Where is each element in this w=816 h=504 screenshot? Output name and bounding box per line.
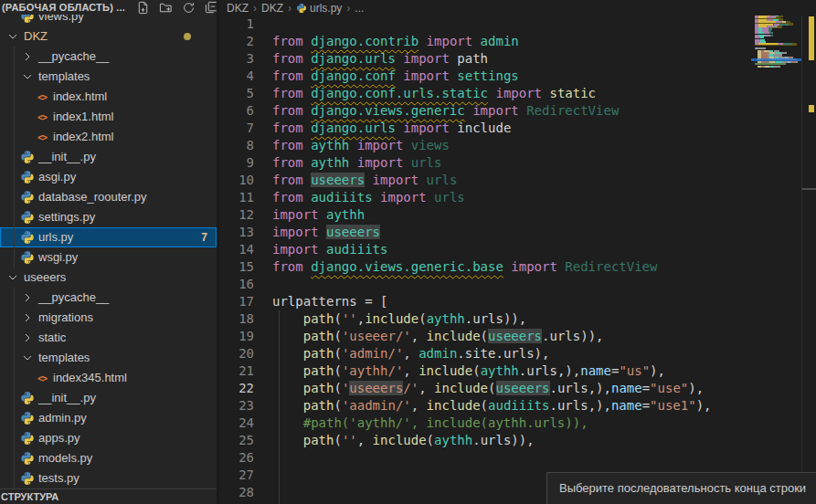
tree-item-index-html[interactable]: <>index.html (0, 87, 217, 107)
tree-item-asgi-py[interactable]: asgi.py (0, 167, 217, 187)
tree-item-dkz[interactable]: DKZ (0, 26, 217, 47)
tree-item-templates[interactable]: templates (0, 67, 217, 87)
code-line-26[interactable] (219, 449, 751, 467)
tree-item-index1-html[interactable]: <>index1.html (0, 107, 217, 127)
tree-item-settings-py[interactable]: settings.py (0, 207, 217, 227)
breadcrumb-item-3[interactable]: ... (355, 2, 364, 15)
tree-item--init-py[interactable]: __init__.py (0, 147, 217, 167)
code-token: include (365, 311, 419, 326)
code-line-13[interactable]: import useeers (219, 224, 751, 241)
code-line-10[interactable]: from useeers import urls (219, 172, 751, 189)
code-line-16[interactable] (219, 276, 751, 293)
tree-item-apps-py[interactable]: apps.py (0, 428, 217, 448)
file-tree: views.pyDKZ__pycache__templates<>index.h… (0, 6, 217, 488)
code-line-8[interactable]: from aythh import views (219, 137, 751, 154)
code-area[interactable]: 12from django.contrib import admin3from … (219, 16, 751, 504)
collapse-all-button[interactable] (203, 0, 217, 15)
code-token: = (642, 381, 650, 395)
code-line-12[interactable]: import aythh (219, 206, 751, 224)
code-line-7[interactable]: from django.urls import include (219, 120, 751, 137)
breadcrumb-item-2[interactable]: urls.py (296, 2, 342, 15)
code-line-1[interactable] (219, 16, 751, 33)
minimap[interactable] (751, 0, 801, 504)
breadcrumb-separator: › (346, 2, 350, 15)
code-token: django.conf (311, 68, 396, 83)
tree-item--pycache-[interactable]: __pycache__ (0, 47, 217, 67)
minimap-line (758, 43, 778, 45)
code-token: import (503, 259, 565, 274)
tree-item-useeers[interactable]: useeers (0, 268, 217, 288)
code-line-23[interactable]: path('aadmin/', include(audiiits.urls,),… (219, 397, 751, 415)
code-token: , (411, 329, 427, 343)
tree-item-database-roouter-py[interactable]: database_roouter.py (0, 187, 217, 207)
refresh-button[interactable] (180, 0, 196, 15)
code-token: urls (411, 155, 442, 170)
python-icon (20, 471, 35, 486)
tree-item-urls-py[interactable]: urls.py7 (0, 227, 217, 247)
code-token: import (419, 34, 480, 48)
code-token: , (403, 363, 419, 378)
code-token: /' (403, 381, 419, 395)
tree-item-migrations[interactable]: migrations (0, 308, 217, 328)
code-token: 'useeer/' (342, 329, 411, 343)
code-token: "use1" (650, 398, 696, 413)
new-file-button[interactable] (134, 0, 151, 15)
minimap-line (783, 43, 792, 45)
code-token: .urls,), (519, 363, 580, 378)
code-line-24[interactable]: #path('aythh/', include(aythh.urls)), (219, 415, 751, 432)
tree-item-index345-html[interactable]: <>index345.html (0, 368, 217, 388)
code-line-15[interactable]: from django.views.generic.base import Re… (219, 258, 751, 276)
tree-item-templates[interactable]: templates (0, 348, 217, 368)
code-line-21[interactable]: path('aythh/', include(aythh.urls,),name… (219, 362, 751, 380)
code-line-11[interactable]: from audiiits import urls (219, 189, 751, 206)
tree-item-tests-py[interactable]: tests.py (0, 468, 217, 488)
code-token (272, 398, 303, 413)
breadcrumb-separator: › (288, 2, 291, 15)
code-token: aythh (326, 207, 365, 222)
outline-section-header[interactable]: СТРУКТУРА (0, 488, 217, 504)
explorer-sidebar: views.pyDKZ__pycache__templates<>index.h… (0, 0, 217, 504)
explorer-pane-header: (РАБОЧАЯ ОБЛАСТЬ) ... (0, 0, 217, 15)
tree-item-admin-py[interactable]: admin.py (0, 408, 217, 428)
code-line-25[interactable]: path('', include(aythh.urls)), (219, 432, 751, 449)
tree-item-static[interactable]: static (0, 328, 217, 348)
code-line-9[interactable]: from aythh import urls (219, 154, 751, 172)
python-icon (20, 210, 35, 225)
tree-item--pycache-[interactable]: __pycache__ (0, 288, 217, 308)
code-line-6[interactable]: from django.views.generic import Redirec… (219, 102, 751, 120)
code-token: from (272, 86, 311, 100)
code-line-18[interactable]: path('',include(aythh.urls)), (219, 310, 751, 328)
code-token: useeers (488, 329, 542, 343)
code-line-20[interactable]: path('admin/', admin.site.urls), (219, 345, 751, 362)
code-token: from (272, 173, 311, 187)
tree-item-models-py[interactable]: models.py (0, 448, 217, 468)
tree-item-index2-html[interactable]: <>index2.html (0, 127, 217, 147)
breadcrumb-item-1[interactable]: DKZ (261, 2, 283, 15)
tree-item-label: useeers (24, 268, 66, 288)
code-token: .urls)), (472, 433, 534, 447)
new-folder-button[interactable] (157, 0, 174, 15)
code-line-22[interactable]: path('useeers/', include(useeers.urls,),… (219, 380, 751, 397)
code-line-14[interactable]: import audiiits (219, 241, 751, 258)
code-line-3[interactable]: from django.urls import path (219, 50, 751, 68)
tree-item-label: __init__.py (38, 147, 96, 167)
code-token: RedirectView (565, 259, 657, 274)
ruler-warning-mark (809, 105, 814, 112)
tree-item-wsgi-py[interactable]: wsgi.py (0, 247, 217, 268)
code-line-5[interactable]: from django.conf.urls.static import stat… (219, 85, 751, 102)
overview-ruler[interactable] (801, 0, 816, 504)
code-token: django.contrib (311, 34, 419, 48)
code-token: , (419, 381, 434, 395)
code-line-2[interactable]: from django.contrib import admin (219, 33, 751, 50)
tree-item--init-py[interactable]: __init__.py (0, 388, 217, 408)
code-token: import (272, 207, 326, 222)
code-line-19[interactable]: path('useeer/', include(useeers.urls)), (219, 328, 751, 345)
code-token: import (272, 242, 326, 257)
tree-item-label: asgi.py (38, 167, 76, 187)
code-line-17[interactable]: urlpatterns = [ (219, 293, 751, 310)
code-line-4[interactable]: from django.conf import settings (219, 68, 751, 85)
breadcrumb-item-0[interactable]: DKZ (227, 2, 249, 15)
code-token: import (349, 155, 410, 170)
code-token: include (434, 381, 488, 395)
code-token: ), (696, 398, 712, 413)
